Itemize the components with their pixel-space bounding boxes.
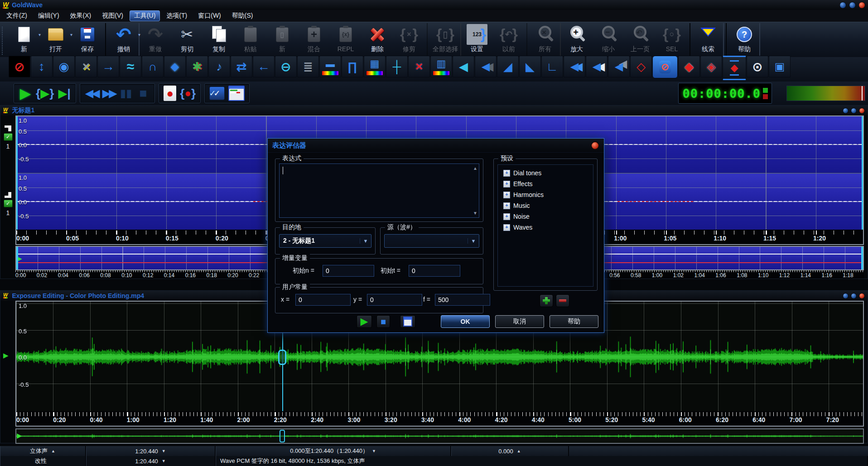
playlist-icon[interactable]: ♪ [208,56,230,77]
scroll-up-icon[interactable]: ▲ [473,166,477,171]
preset-tree-item[interactable]: + Dial tones [500,168,591,178]
scroll-down-icon[interactable]: ▼ [473,211,477,216]
channel-splitter-icon[interactable]: ⊖ [275,56,297,77]
x-field[interactable] [295,294,351,306]
cue-point-button[interactable]: ▾ 线索 [690,23,724,58]
save-button[interactable]: ▾ 保存 [72,23,103,58]
fast-forward-button[interactable]: ▶▶ [102,85,116,102]
play-button[interactable]: ▶ [19,85,32,102]
zoom-previous-button[interactable]: ↶ ▾ 上一页 [624,23,656,58]
preset-tree-item[interactable]: + Effects [500,178,591,189]
menu-window[interactable]: 窗口(W) [193,10,226,21]
help-button[interactable]: ? ▾ 帮助 [726,23,760,58]
pop-click-icon[interactable]: ┼ [386,56,408,77]
overview-selection-end[interactable] [861,247,863,269]
doc-maximize-button[interactable] [851,108,857,114]
trim-button[interactable]: × ▾ 修剪 [393,23,425,58]
tree-expand-icon[interactable]: + [503,224,510,231]
preset-tree-item[interactable]: + Harmonics [500,189,591,200]
f-field[interactable] [435,294,490,306]
menu-file[interactable]: 文件(Z) [2,10,32,21]
remove-preset-button[interactable] [556,294,569,307]
play-to-end-button[interactable]: ▶| [58,85,71,102]
dialog-close-button[interactable] [591,141,599,150]
status-selection[interactable]: 0.000至1:20.440（1:20.440）▼ [216,446,451,456]
tree-expand-icon[interactable]: + [503,213,510,220]
time-warp-icon[interactable]: ⊙ [747,56,768,77]
noise-gate-icon[interactable]: ∏ [342,56,363,77]
doc1-titlebar[interactable]: W 无标题1 [0,106,868,115]
limiter-icon[interactable]: ◆ [723,56,746,80]
doc2-overview-canvas[interactable] [16,429,863,443]
overview-playhead-marker[interactable] [280,430,285,442]
initial-t-field[interactable] [409,265,460,277]
status-position[interactable]: 0.000▲ [451,446,569,456]
preset-tree-item[interactable]: + Noise [500,211,591,222]
flanger-icon[interactable]: ≈ [120,56,141,77]
close-button[interactable] [858,2,865,9]
redo-button[interactable]: ↷ ▾ 重做 [140,23,171,58]
mechanize-icon[interactable]: ◆ [164,56,186,77]
tree-expand-icon[interactable]: + [503,170,510,177]
menu-help[interactable]: 帮助(S) [227,10,258,21]
equalizer-sliders-icon[interactable]: ≣ [297,56,319,77]
pitch-xy-icon[interactable]: × [75,56,97,77]
doc-close-button[interactable] [859,108,865,114]
channel-indicator-icon[interactable] [5,125,11,131]
select-all-button[interactable]: ▯ ▾ 全部选择 [427,23,461,58]
selection-end-marker[interactable] [862,116,863,231]
doc2-overview-strip[interactable]: ▶ [15,428,864,444]
ok-button[interactable]: OK [441,315,490,328]
channel-enabled-checkbox[interactable]: ✓ [4,133,13,141]
copy-button[interactable]: ▾ 复制 [203,23,235,58]
selection-start-marker[interactable] [16,116,18,231]
play-selection-button[interactable]: {▶} [36,85,54,102]
expression-input[interactable] [280,164,479,217]
volume-adjust-icon[interactable]: ◀ [475,56,497,77]
dialog-titlebar[interactable]: 表达评估器 [268,139,604,153]
preset-tree-item[interactable]: + Waves [500,222,591,233]
repl-button[interactable]: {x} ▾ REPL [330,23,362,58]
fade-out-icon[interactable]: ◣ [519,56,541,77]
preset-tree-item[interactable]: + Music [500,200,591,211]
doc2-time-axis[interactable]: 0:000:200:401:001:201:402:002:202:403:00… [15,411,864,427]
menu-options[interactable]: 选项(T) [162,10,192,21]
maximize-button[interactable] [849,2,856,9]
compressor-icon[interactable]: ◇ [630,56,652,77]
record-button[interactable]: ● [164,86,176,101]
toolbar-grip[interactable] [2,27,6,55]
zoom-out-button[interactable]: − ▾ 缩小 [593,23,624,58]
expander-icon[interactable]: ◆ [678,56,700,77]
fade-in-icon[interactable]: ◢ [497,56,519,77]
disable-gadgets-icon[interactable]: ⊘ [9,56,30,77]
paste-button[interactable]: ▾ 粘贴 [235,23,266,58]
tree-expand-icon[interactable]: + [503,192,510,198]
offset-icon[interactable]: → [97,56,119,77]
doc-minimize-button[interactable] [843,293,849,299]
pause-button[interactable]: ▮▮ [119,85,133,102]
evaluate-play-button[interactable]: ▶ [357,315,372,328]
tree-expand-icon[interactable]: + [503,181,510,187]
noise-diamond-icon[interactable]: ◈ [700,56,722,77]
help-dialog-button[interactable]: 帮助 [550,315,598,328]
doc-maximize-button[interactable] [851,293,857,299]
set-selection-button[interactable]: 123 ▾ 设置 [461,23,493,58]
minimize-button[interactable] [839,2,846,9]
maximize-volume-icon[interactable]: ◀ [586,56,608,77]
tree-expand-icon[interactable]: + [503,202,510,209]
keypad-button[interactable] [400,315,415,328]
paste-new-button[interactable]: ▯ ▾ 新 [266,23,298,58]
spectrum-filter-icon[interactable]: ▦ [364,56,386,77]
y-field[interactable] [367,294,422,306]
cancel-button[interactable]: 取消 [495,315,544,328]
interpolate-icon[interactable]: ✱ [186,56,208,77]
resample-icon[interactable]: ▥ [430,56,452,77]
auto-level-icon[interactable]: ◀ [608,56,630,77]
censor-icon[interactable]: ⊘ [652,56,678,78]
match-volume-icon[interactable]: ◀ [564,56,585,77]
new-button[interactable]: ▾ 新 [8,23,40,58]
mix-button[interactable]: + ▾ 混合 [298,23,330,58]
control-properties-button[interactable] [228,86,245,101]
status-length[interactable]: 1:20.440▼ [86,446,216,456]
voice-over-icon[interactable]: ▣ [769,56,791,77]
